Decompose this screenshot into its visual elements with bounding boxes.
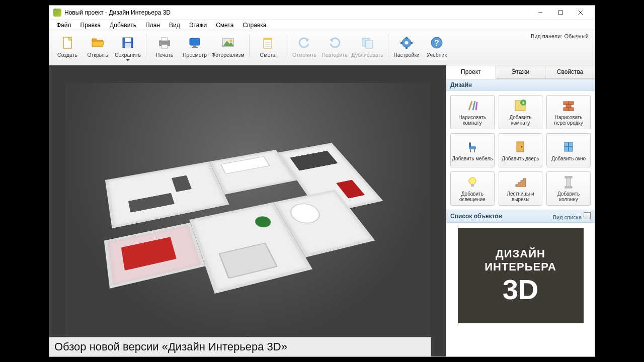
list-view-icon — [584, 212, 591, 219]
menu-floors[interactable]: Этажи — [185, 21, 211, 30]
svg-rect-27 — [366, 40, 372, 48]
menubar: Файл Правка Добавить План Вид Этажи Смет… — [49, 20, 595, 31]
separator — [286, 34, 286, 57]
svg-rect-15 — [192, 47, 198, 48]
svg-text:?: ? — [434, 39, 439, 47]
svg-rect-60 — [565, 187, 572, 188]
menu-estimate[interactable]: Смета — [212, 21, 237, 30]
add-room-icon: + — [513, 99, 527, 113]
promo-logo: ДИЗАЙН ИНТЕРЬЕРА 3D — [458, 228, 584, 323]
undo-button[interactable]: Отменить — [289, 33, 319, 59]
svg-point-56 — [469, 177, 476, 185]
add-window-button[interactable]: Добавить окно — [546, 133, 591, 167]
panel-mode-label: Вид панели: — [531, 33, 562, 39]
object-list-header: Список объектов Вид списка — [446, 210, 595, 223]
chair-icon — [465, 140, 479, 154]
svg-rect-20 — [264, 38, 272, 40]
photoreal-button[interactable]: Фотореализм — [210, 33, 246, 59]
svg-rect-14 — [193, 45, 196, 47]
svg-marker-9 — [126, 59, 130, 61]
menu-help[interactable]: Справка — [238, 21, 270, 30]
photoreal-icon — [220, 35, 236, 51]
monitor-icon — [187, 35, 203, 51]
panel-mode-link[interactable]: Обычный — [564, 33, 589, 39]
add-lighting-button[interactable]: Добавить освещение — [450, 171, 495, 206]
svg-rect-57 — [471, 184, 474, 187]
svg-marker-24 — [305, 38, 309, 42]
titlebar: Новый проект - Дизайн Интерьера 3D — [49, 6, 595, 20]
chevron-down-icon — [126, 59, 130, 61]
svg-rect-45 — [564, 108, 569, 111]
svg-rect-48 — [469, 142, 471, 147]
svg-rect-8 — [125, 43, 131, 48]
svg-rect-59 — [565, 176, 572, 178]
svg-rect-7 — [125, 38, 131, 42]
separator — [388, 34, 388, 57]
tab-project[interactable]: Проект — [446, 65, 496, 79]
svg-rect-51 — [517, 142, 524, 152]
svg-point-52 — [521, 146, 523, 147]
svg-text:+: + — [522, 100, 525, 106]
guide-button[interactable]: ?Учебник — [422, 33, 452, 59]
svg-rect-46 — [569, 108, 574, 111]
add-room-button[interactable]: +Добавить комнату — [499, 95, 543, 129]
help-icon: ? — [429, 35, 445, 51]
maximize-button[interactable] — [550, 6, 571, 20]
printer-icon — [156, 35, 173, 51]
toolbar: Создать Открыть Сохранить Печать Просмот… — [49, 31, 595, 65]
svg-rect-43 — [569, 102, 574, 105]
menu-edit[interactable]: Правка — [76, 21, 105, 30]
door-icon — [513, 140, 527, 154]
add-column-button[interactable]: Добавить колонну — [546, 171, 591, 206]
preview-button[interactable]: Просмотр — [180, 33, 210, 59]
menu-add[interactable]: Добавить — [106, 21, 140, 30]
column-icon — [561, 175, 576, 189]
draw-room-button[interactable]: Нарисовать комнату — [450, 95, 495, 129]
viewport-3d[interactable] — [49, 65, 446, 356]
bricks-icon — [561, 99, 576, 113]
list-view-mode[interactable]: Вид списка — [553, 212, 591, 220]
menu-file[interactable]: Файл — [52, 21, 75, 30]
stairs-icon — [513, 175, 527, 189]
window-title: Новый проект - Дизайн Интерьера 3D — [64, 9, 171, 16]
minimize-button[interactable] — [530, 6, 550, 20]
separator — [146, 34, 146, 57]
tab-floors[interactable]: Этажи — [496, 65, 546, 78]
video-caption: Обзор новой версии «Дизайн Интерьера 3D» — [49, 337, 431, 357]
redo-icon — [327, 35, 343, 51]
duplicate-icon — [359, 35, 375, 51]
save-button[interactable]: Сохранить — [113, 33, 143, 63]
window-icon — [561, 140, 576, 154]
add-furniture-button[interactable]: Добавить мебель — [450, 133, 495, 167]
separator — [249, 34, 250, 57]
create-button[interactable]: Создать — [52, 33, 83, 59]
svg-rect-1 — [558, 11, 562, 15]
print-button[interactable]: Печать — [149, 33, 180, 59]
gear-icon — [398, 35, 415, 51]
svg-rect-12 — [162, 45, 168, 48]
design-grid: Нарисовать комнату +Добавить комнату Нар… — [446, 91, 595, 210]
svg-line-36 — [469, 101, 472, 110]
estimate-button[interactable]: Смета — [253, 33, 283, 59]
svg-rect-42 — [564, 102, 569, 105]
svg-rect-44 — [566, 105, 571, 108]
stairs-button[interactable]: Лестницы и вырезы — [499, 171, 543, 206]
notepad-icon — [260, 35, 276, 51]
redo-button[interactable]: Повторить — [319, 33, 350, 59]
new-file-icon — [59, 35, 75, 51]
settings-button[interactable]: Настройки — [391, 33, 422, 59]
add-door-button[interactable]: Добавить дверь — [499, 133, 543, 167]
menu-plan[interactable]: План — [141, 21, 164, 30]
design-section-header: Дизайн — [446, 79, 595, 91]
draw-wall-button[interactable]: Нарисовать перегородку — [546, 95, 591, 129]
svg-rect-13 — [190, 38, 200, 45]
tab-properties[interactable]: Свойства — [545, 65, 595, 78]
menu-view[interactable]: Вид — [165, 21, 184, 30]
save-icon — [120, 35, 136, 51]
app-window: Новый проект - Дизайн Интерьера 3D Файл … — [49, 5, 595, 357]
close-button[interactable] — [571, 6, 591, 20]
duplicate-button[interactable]: Дублировать — [350, 33, 385, 59]
bulb-icon — [465, 175, 479, 189]
open-button[interactable]: Открыть — [83, 33, 113, 59]
svg-marker-25 — [330, 38, 334, 42]
